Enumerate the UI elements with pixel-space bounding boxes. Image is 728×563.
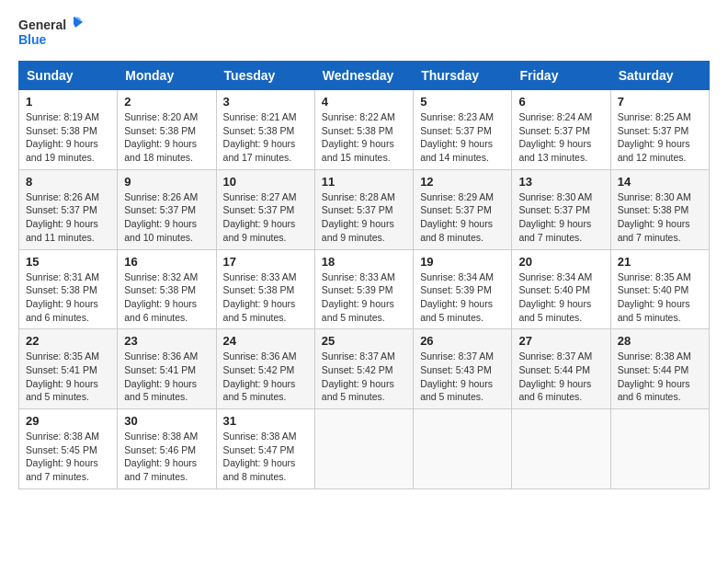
day-info: Sunrise: 8:23 AM Sunset: 5:37 PM Dayligh… bbox=[420, 110, 505, 165]
calendar-cell: 15Sunrise: 8:31 AM Sunset: 5:38 PM Dayli… bbox=[19, 249, 118, 329]
day-info: Sunrise: 8:31 AM Sunset: 5:38 PM Dayligh… bbox=[26, 270, 110, 325]
calendar-cell: 9Sunrise: 8:26 AM Sunset: 5:37 PM Daylig… bbox=[118, 169, 216, 249]
day-number: 11 bbox=[322, 175, 406, 189]
day-number: 27 bbox=[518, 334, 603, 348]
day-number: 8 bbox=[26, 175, 110, 189]
week-row: 22Sunrise: 8:35 AM Sunset: 5:41 PM Dayli… bbox=[19, 329, 710, 409]
day-number: 16 bbox=[124, 255, 209, 269]
day-number: 26 bbox=[420, 334, 505, 348]
day-info: Sunrise: 8:30 AM Sunset: 5:38 PM Dayligh… bbox=[618, 190, 702, 245]
calendar-cell: 5Sunrise: 8:23 AM Sunset: 5:37 PM Daylig… bbox=[414, 90, 512, 170]
day-number: 22 bbox=[26, 334, 110, 348]
calendar-cell: 11Sunrise: 8:28 AM Sunset: 5:37 PM Dayli… bbox=[314, 169, 413, 249]
header-cell-monday: Monday bbox=[118, 62, 216, 90]
day-number: 14 bbox=[618, 175, 702, 189]
day-info: Sunrise: 8:38 AM Sunset: 5:45 PM Dayligh… bbox=[26, 430, 110, 484]
calendar-cell: 29Sunrise: 8:38 AM Sunset: 5:45 PM Dayli… bbox=[19, 409, 118, 489]
day-number: 30 bbox=[124, 414, 209, 428]
calendar-cell: 30Sunrise: 8:38 AM Sunset: 5:46 PM Dayli… bbox=[118, 409, 216, 489]
calendar-cell: 13Sunrise: 8:30 AM Sunset: 5:37 PM Dayli… bbox=[512, 169, 610, 249]
calendar-cell: 25Sunrise: 8:37 AM Sunset: 5:42 PM Dayli… bbox=[314, 329, 413, 409]
day-info: Sunrise: 8:28 AM Sunset: 5:37 PM Dayligh… bbox=[322, 190, 406, 245]
calendar-cell: 23Sunrise: 8:36 AM Sunset: 5:41 PM Dayli… bbox=[118, 329, 216, 409]
day-number: 19 bbox=[420, 255, 505, 269]
day-number: 2 bbox=[124, 95, 209, 109]
calendar-cell: 19Sunrise: 8:34 AM Sunset: 5:39 PM Dayli… bbox=[414, 249, 512, 329]
day-info: Sunrise: 8:21 AM Sunset: 5:38 PM Dayligh… bbox=[223, 110, 308, 165]
calendar-cell: 14Sunrise: 8:30 AM Sunset: 5:38 PM Dayli… bbox=[610, 169, 709, 249]
calendar-cell bbox=[512, 409, 610, 489]
day-info: Sunrise: 8:30 AM Sunset: 5:37 PM Dayligh… bbox=[518, 190, 603, 245]
calendar-header-row: SundayMondayTuesdayWednesdayThursdayFrid… bbox=[19, 62, 710, 90]
logo-svg: General Blue bbox=[18, 15, 83, 53]
day-number: 21 bbox=[618, 255, 702, 269]
day-info: Sunrise: 8:37 AM Sunset: 5:44 PM Dayligh… bbox=[518, 350, 603, 404]
header-cell-tuesday: Tuesday bbox=[216, 62, 314, 90]
calendar-cell bbox=[414, 409, 512, 489]
day-info: Sunrise: 8:38 AM Sunset: 5:46 PM Dayligh… bbox=[124, 430, 209, 484]
calendar-cell: 7Sunrise: 8:25 AM Sunset: 5:37 PM Daylig… bbox=[610, 90, 709, 170]
calendar-cell: 8Sunrise: 8:26 AM Sunset: 5:37 PM Daylig… bbox=[19, 169, 118, 249]
day-number: 7 bbox=[618, 95, 702, 109]
calendar-cell: 2Sunrise: 8:20 AM Sunset: 5:38 PM Daylig… bbox=[118, 90, 216, 170]
week-row: 1Sunrise: 8:19 AM Sunset: 5:38 PM Daylig… bbox=[19, 90, 710, 170]
day-info: Sunrise: 8:38 AM Sunset: 5:47 PM Dayligh… bbox=[223, 430, 308, 484]
day-info: Sunrise: 8:35 AM Sunset: 5:41 PM Dayligh… bbox=[26, 350, 110, 404]
day-number: 28 bbox=[618, 334, 702, 348]
calendar-cell: 24Sunrise: 8:36 AM Sunset: 5:42 PM Dayli… bbox=[216, 329, 314, 409]
day-number: 23 bbox=[124, 334, 209, 348]
calendar-cell: 4Sunrise: 8:22 AM Sunset: 5:38 PM Daylig… bbox=[314, 90, 413, 170]
day-info: Sunrise: 8:26 AM Sunset: 5:37 PM Dayligh… bbox=[124, 190, 209, 245]
day-info: Sunrise: 8:37 AM Sunset: 5:42 PM Dayligh… bbox=[322, 350, 406, 404]
day-number: 24 bbox=[223, 334, 308, 348]
day-info: Sunrise: 8:25 AM Sunset: 5:37 PM Dayligh… bbox=[618, 110, 702, 165]
header-cell-thursday: Thursday bbox=[414, 62, 512, 90]
day-info: Sunrise: 8:20 AM Sunset: 5:38 PM Dayligh… bbox=[124, 110, 209, 165]
day-info: Sunrise: 8:34 AM Sunset: 5:39 PM Dayligh… bbox=[420, 270, 505, 325]
calendar-cell: 3Sunrise: 8:21 AM Sunset: 5:38 PM Daylig… bbox=[216, 90, 314, 170]
day-info: Sunrise: 8:36 AM Sunset: 5:42 PM Dayligh… bbox=[223, 350, 308, 404]
day-number: 6 bbox=[518, 95, 603, 109]
calendar-cell: 26Sunrise: 8:37 AM Sunset: 5:43 PM Dayli… bbox=[414, 329, 512, 409]
day-number: 20 bbox=[518, 255, 603, 269]
header-cell-friday: Friday bbox=[512, 62, 610, 90]
calendar-cell: 6Sunrise: 8:24 AM Sunset: 5:37 PM Daylig… bbox=[512, 90, 610, 170]
day-info: Sunrise: 8:33 AM Sunset: 5:38 PM Dayligh… bbox=[223, 270, 308, 325]
day-info: Sunrise: 8:33 AM Sunset: 5:39 PM Dayligh… bbox=[322, 270, 406, 325]
day-number: 10 bbox=[223, 175, 308, 189]
day-number: 31 bbox=[223, 414, 308, 428]
calendar-cell: 12Sunrise: 8:29 AM Sunset: 5:37 PM Dayli… bbox=[414, 169, 512, 249]
day-info: Sunrise: 8:37 AM Sunset: 5:43 PM Dayligh… bbox=[420, 350, 505, 404]
day-number: 12 bbox=[420, 175, 505, 189]
header-cell-wednesday: Wednesday bbox=[314, 62, 413, 90]
day-info: Sunrise: 8:27 AM Sunset: 5:37 PM Dayligh… bbox=[223, 190, 308, 245]
day-number: 17 bbox=[223, 255, 308, 269]
svg-text:General: General bbox=[18, 17, 66, 32]
day-info: Sunrise: 8:35 AM Sunset: 5:40 PM Dayligh… bbox=[618, 270, 702, 325]
day-info: Sunrise: 8:22 AM Sunset: 5:38 PM Dayligh… bbox=[322, 110, 406, 165]
calendar-cell: 20Sunrise: 8:34 AM Sunset: 5:40 PM Dayli… bbox=[512, 249, 610, 329]
calendar-cell: 16Sunrise: 8:32 AM Sunset: 5:38 PM Dayli… bbox=[118, 249, 216, 329]
logo: General Blue bbox=[18, 15, 83, 53]
calendar-cell: 18Sunrise: 8:33 AM Sunset: 5:39 PM Dayli… bbox=[314, 249, 413, 329]
calendar-cell: 1Sunrise: 8:19 AM Sunset: 5:38 PM Daylig… bbox=[19, 90, 118, 170]
header-cell-saturday: Saturday bbox=[610, 62, 709, 90]
day-info: Sunrise: 8:36 AM Sunset: 5:41 PM Dayligh… bbox=[124, 350, 209, 404]
week-row: 29Sunrise: 8:38 AM Sunset: 5:45 PM Dayli… bbox=[19, 409, 710, 489]
day-number: 25 bbox=[322, 334, 406, 348]
calendar-cell: 27Sunrise: 8:37 AM Sunset: 5:44 PM Dayli… bbox=[512, 329, 610, 409]
day-info: Sunrise: 8:32 AM Sunset: 5:38 PM Dayligh… bbox=[124, 270, 209, 325]
day-info: Sunrise: 8:29 AM Sunset: 5:37 PM Dayligh… bbox=[420, 190, 505, 245]
day-info: Sunrise: 8:34 AM Sunset: 5:40 PM Dayligh… bbox=[518, 270, 603, 325]
svg-text:Blue: Blue bbox=[18, 32, 47, 47]
day-number: 9 bbox=[124, 175, 209, 189]
calendar-cell: 31Sunrise: 8:38 AM Sunset: 5:47 PM Dayli… bbox=[216, 409, 314, 489]
day-info: Sunrise: 8:24 AM Sunset: 5:37 PM Dayligh… bbox=[518, 110, 603, 165]
calendar-body: 1Sunrise: 8:19 AM Sunset: 5:38 PM Daylig… bbox=[19, 90, 710, 489]
week-row: 15Sunrise: 8:31 AM Sunset: 5:38 PM Dayli… bbox=[19, 249, 710, 329]
day-number: 13 bbox=[518, 175, 603, 189]
calendar-cell: 21Sunrise: 8:35 AM Sunset: 5:40 PM Dayli… bbox=[610, 249, 709, 329]
calendar-cell: 17Sunrise: 8:33 AM Sunset: 5:38 PM Dayli… bbox=[216, 249, 314, 329]
header: General Blue bbox=[18, 15, 710, 53]
day-number: 29 bbox=[26, 414, 110, 428]
